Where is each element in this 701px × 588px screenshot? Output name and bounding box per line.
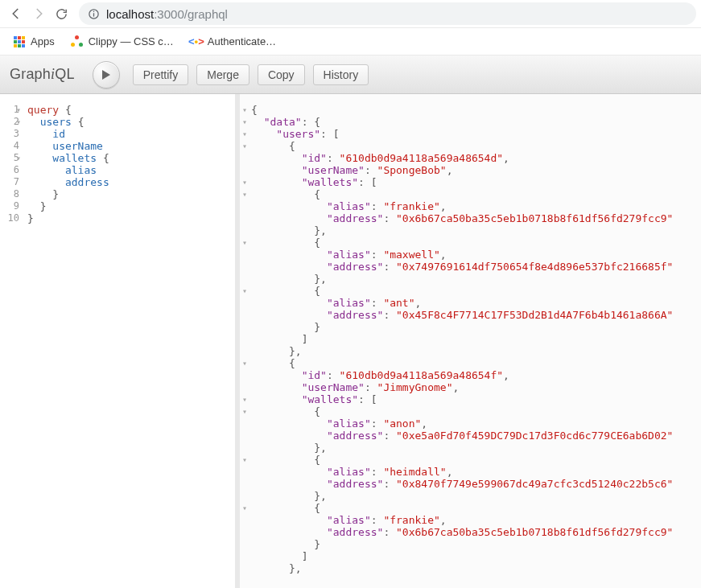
play-icon bbox=[101, 69, 111, 80]
forward-button[interactable] bbox=[27, 2, 50, 25]
bookmark-label: Clippy — CSS c… bbox=[89, 35, 174, 47]
address-bar[interactable]: localhost:3000/graphql bbox=[79, 2, 696, 25]
browser-nav-bar: localhost:3000/graphql bbox=[0, 0, 701, 28]
merge-button[interactable]: Merge bbox=[196, 64, 249, 85]
bookmarks-bar: Apps Clippy — CSS c… <•> Authenticate… bbox=[0, 28, 701, 56]
result-code: { "data": { "users": [ { "id": "610db0d9… bbox=[251, 94, 701, 588]
query-code[interactable]: query { users { id userName wallets { al… bbox=[27, 94, 235, 588]
bookmark-label: Authenticate… bbox=[208, 35, 276, 47]
execute-button[interactable] bbox=[93, 61, 120, 88]
apps-icon bbox=[13, 35, 26, 48]
result-fold-gutter: ▾▾▾▾▾▾▾▾▾▾▾▾▾ bbox=[240, 104, 249, 574]
url-text: localhost:3000/graphql bbox=[106, 7, 228, 21]
workspace: 12345678910 ▾▾▾ query { users { id userN… bbox=[0, 94, 701, 588]
prettify-button[interactable]: Prettify bbox=[133, 64, 189, 85]
bookmark-clippy[interactable]: Clippy — CSS c… bbox=[64, 32, 180, 51]
result-viewer[interactable]: ▾▾▾▾▾▾▾▾▾▾▾▾▾ { "data": { "users": [ { "… bbox=[240, 94, 701, 588]
copy-button[interactable]: Copy bbox=[258, 64, 305, 85]
svg-rect-2 bbox=[93, 10, 93, 11]
clippy-icon bbox=[71, 35, 84, 48]
back-button[interactable] bbox=[5, 2, 27, 25]
query-editor[interactable]: 12345678910 ▾▾▾ query { users { id userN… bbox=[0, 94, 240, 588]
graphiql-logo: GraphiQL bbox=[10, 66, 75, 83]
fold-gutter: ▾▾▾ bbox=[14, 104, 23, 588]
site-info-icon[interactable] bbox=[87, 7, 100, 20]
authenticate-icon: <•> bbox=[190, 35, 203, 48]
bookmark-apps[interactable]: Apps bbox=[6, 32, 61, 51]
graphiql-toolbar: GraphiQL Prettify Merge Copy History bbox=[0, 56, 701, 94]
bookmark-label: Apps bbox=[31, 35, 55, 47]
bookmark-authenticate[interactable]: <•> Authenticate… bbox=[183, 32, 282, 51]
history-button[interactable]: History bbox=[313, 64, 369, 85]
svg-rect-1 bbox=[93, 13, 93, 16]
reload-button[interactable] bbox=[50, 2, 72, 25]
